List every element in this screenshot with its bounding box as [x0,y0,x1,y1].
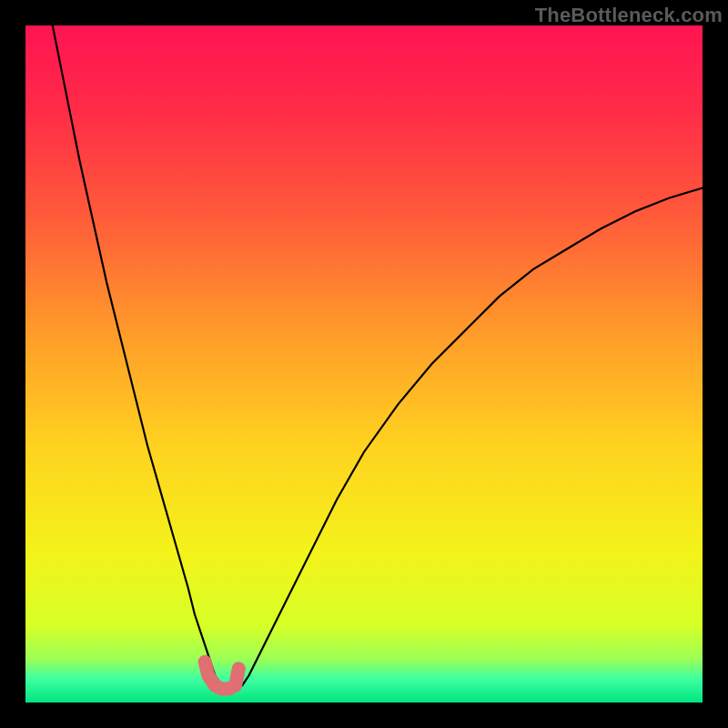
watermark-text: TheBottleneck.com [535,4,723,27]
outer-frame: TheBottleneck.com [0,0,728,728]
plot-area [25,25,703,703]
chart-svg [25,25,703,703]
